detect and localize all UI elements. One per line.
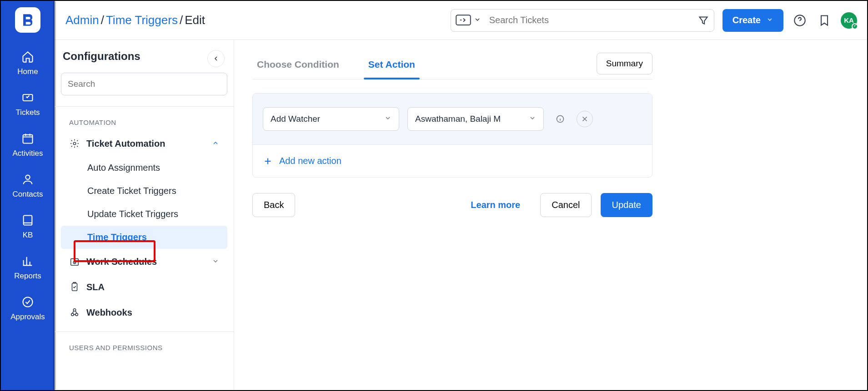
nav-work-schedules-label: Work Schedules — [86, 257, 157, 267]
nav-update-ticket-triggers-label: Update Ticket Triggers — [87, 209, 178, 219]
nav-ticket-automation-label: Ticket Automation — [86, 139, 165, 149]
chevron-down-icon — [529, 114, 536, 124]
global-search[interactable] — [451, 9, 714, 32]
book-icon — [21, 213, 35, 227]
back-button[interactable]: Back — [252, 193, 295, 217]
section-automation-label: AUTOMATION — [69, 119, 227, 126]
tab-set-action-label: Set Action — [368, 59, 415, 69]
action-remove-button[interactable] — [577, 111, 593, 127]
chevron-down-icon — [384, 114, 391, 124]
ticket-icon — [21, 91, 35, 104]
reports-icon — [21, 254, 35, 268]
action-type-select[interactable]: Add Watcher — [263, 107, 399, 131]
top-bar: Admin/ Time Triggers/ Edit Create KA — [55, 1, 867, 40]
tab-choose-condition[interactable]: Choose Condition — [252, 53, 344, 79]
actions-card: Add Watcher Aswathaman, Balaji M Add new… — [252, 93, 652, 178]
nav-time-triggers-label: Time Triggers — [87, 232, 147, 243]
action-type-value: Add Watcher — [271, 114, 320, 124]
sidebar-title: Configurations — [63, 50, 227, 63]
nav-time-triggers[interactable]: Time Triggers — [61, 226, 227, 249]
create-button[interactable]: Create — [722, 9, 783, 32]
nav-create-ticket-triggers-label: Create Ticket Triggers — [87, 186, 176, 196]
nav-update-ticket-triggers[interactable]: Update Ticket Triggers — [61, 203, 227, 226]
rail-activities-label: Activities — [12, 149, 43, 158]
nav-create-ticket-triggers[interactable]: Create Ticket Triggers — [61, 179, 227, 203]
sidebar-search-input[interactable] — [61, 73, 227, 95]
chevron-down-icon — [212, 257, 219, 267]
rail-approvals-label: Approvals — [10, 312, 45, 322]
crumb-module[interactable]: Time Triggers — [106, 13, 178, 27]
update-button[interactable]: Update — [601, 193, 653, 217]
action-info-button[interactable] — [552, 111, 568, 127]
contacts-icon — [21, 173, 35, 186]
plus-icon — [263, 156, 273, 166]
add-action-button[interactable]: Add new action — [253, 144, 652, 177]
app-logo[interactable] — [15, 7, 40, 33]
filter-icon[interactable] — [697, 15, 709, 26]
crumb-current: Edit — [185, 13, 205, 27]
approvals-icon — [21, 295, 35, 309]
add-action-label: Add new action — [279, 156, 341, 166]
svg-rect-3 — [24, 216, 32, 225]
nav-sla[interactable]: SLA — [61, 274, 227, 300]
webhooks-icon — [69, 307, 80, 318]
config-sidebar: Configurations AUTOMATION Ticket Automat… — [55, 40, 234, 390]
action-value-select[interactable]: Aswathaman, Balaji M — [407, 107, 544, 131]
learn-more-link[interactable]: Learn more — [460, 193, 531, 217]
nav-sla-label: SLA — [86, 282, 105, 292]
ticket-scope-icon[interactable] — [456, 15, 471, 25]
rail-activities[interactable]: Activities — [1, 124, 55, 164]
rail-tickets[interactable]: Tickets — [1, 83, 55, 124]
collapse-sidebar-button[interactable] — [207, 50, 225, 67]
rail-kb-label: KB — [23, 231, 33, 240]
svg-point-4 — [23, 297, 33, 307]
crumb-admin[interactable]: Admin — [65, 13, 99, 27]
svg-point-7 — [73, 142, 76, 145]
divider — [55, 106, 234, 107]
tab-row: Choose Condition Set Action Summary — [252, 53, 652, 79]
nav-auto-assignments-label: Auto Assignments — [87, 163, 160, 173]
schedule-icon — [69, 256, 80, 267]
svg-rect-1 — [23, 135, 33, 144]
action-value-value: Aswathaman, Balaji M — [415, 114, 501, 124]
automation-icon — [69, 138, 80, 149]
rail-home-label: Home — [17, 67, 38, 76]
bookmark-button[interactable] — [816, 12, 833, 29]
section-users-label: USERS AND PERMISSIONS — [69, 344, 227, 351]
rail-home[interactable]: Home — [1, 42, 55, 83]
rail-kb[interactable]: KB — [1, 205, 55, 246]
avatar-initials: KA — [844, 16, 854, 24]
sla-icon — [69, 282, 80, 292]
chevron-down-icon — [766, 15, 773, 25]
rail-contacts[interactable]: Contacts — [1, 164, 55, 205]
logo-icon — [20, 12, 35, 28]
nav-ticket-automation[interactable]: Ticket Automation — [61, 131, 227, 156]
scope-chevron-icon[interactable] — [474, 16, 481, 25]
rail-tickets-label: Tickets — [15, 108, 40, 117]
presence-indicator — [852, 23, 858, 30]
tab-choose-condition-label: Choose Condition — [257, 59, 339, 69]
form-footer: Back Learn more Cancel Update — [252, 193, 652, 217]
svg-point-2 — [25, 175, 30, 179]
nav-auto-assignments[interactable]: Auto Assignments — [61, 156, 227, 179]
cancel-button[interactable]: Cancel — [540, 193, 591, 217]
nav-work-schedules[interactable]: Work Schedules — [61, 249, 227, 274]
left-rail: Home Tickets Activities Contacts KB Repo… — [1, 1, 55, 390]
main-content: Choose Condition Set Action Summary Add … — [234, 40, 867, 390]
summary-button[interactable]: Summary — [597, 53, 652, 74]
home-icon — [21, 50, 35, 64]
rail-reports[interactable]: Reports — [1, 246, 55, 287]
nav-webhooks[interactable]: Webhooks — [61, 300, 227, 325]
divider — [55, 332, 234, 332]
user-avatar[interactable]: KA — [841, 12, 857, 29]
rail-approvals[interactable]: Approvals — [1, 287, 55, 328]
tab-set-action[interactable]: Set Action — [364, 53, 420, 79]
search-input[interactable] — [488, 15, 697, 26]
calendar-icon — [21, 132, 35, 145]
action-row: Add Watcher Aswathaman, Balaji M — [253, 94, 652, 144]
chevron-up-icon — [212, 139, 219, 149]
help-button[interactable] — [792, 12, 808, 29]
create-button-label: Create — [733, 15, 761, 25]
breadcrumb: Admin/ Time Triggers/ Edit — [65, 13, 205, 27]
rail-reports-label: Reports — [14, 272, 41, 281]
